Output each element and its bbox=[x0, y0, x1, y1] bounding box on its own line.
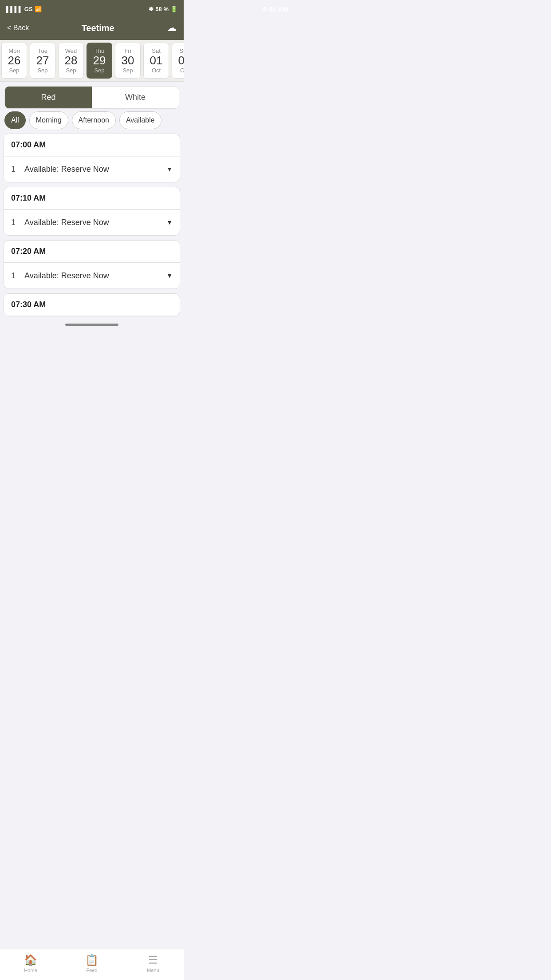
tee-slot-number: 1 bbox=[11, 165, 24, 174]
date-item-sun02[interactable]: Sun 02 Oct bbox=[172, 43, 184, 79]
signal-bars: ▌▌▌▌ bbox=[6, 6, 23, 12]
nav-bar: < Back Teetime ☁ bbox=[0, 18, 184, 40]
tee-time-header: 07:10 AM bbox=[4, 187, 180, 209]
main-content: Mon 26 Sep Tue 27 Sep Wed 28 Sep Thu 29 … bbox=[0, 40, 184, 361]
date-number: 30 bbox=[122, 54, 134, 67]
date-day: Mon bbox=[8, 47, 20, 54]
date-day: Fri bbox=[124, 47, 131, 54]
bluetooth-icon: ✱ bbox=[149, 6, 153, 12]
date-day: Wed bbox=[65, 47, 77, 54]
course-btn-white[interactable]: White bbox=[92, 87, 179, 108]
tee-slot[interactable]: 1 Available: Reserve Now ▼ bbox=[4, 209, 180, 235]
filter-btn-all[interactable]: All bbox=[4, 111, 26, 129]
date-item-mon26[interactable]: Mon 26 Sep bbox=[1, 43, 27, 79]
page-title: Teetime bbox=[82, 23, 114, 33]
date-day: Sun bbox=[179, 47, 184, 54]
back-button[interactable]: < Back bbox=[7, 24, 29, 32]
chevron-down-icon: ▼ bbox=[166, 272, 173, 279]
tee-group: 07:20 AM 1 Available: Reserve Now ▼ bbox=[4, 240, 180, 289]
date-item-fri30[interactable]: Fri 30 Sep bbox=[115, 43, 141, 79]
date-item-thu29[interactable]: Thu 29 Sep bbox=[87, 43, 112, 79]
course-btn-red[interactable]: Red bbox=[5, 87, 92, 108]
date-month: Sep bbox=[66, 67, 76, 74]
carrier-label: GS bbox=[24, 6, 33, 12]
date-item-sat01[interactable]: Sat 01 Oct bbox=[143, 43, 169, 79]
battery-label: 58 % bbox=[155, 6, 169, 12]
tee-group: 07:00 AM 1 Available: Reserve Now ▼ bbox=[4, 134, 180, 182]
tee-time-header: 07:30 AM bbox=[4, 294, 180, 316]
date-month: Sep bbox=[9, 67, 19, 74]
date-day: Thu bbox=[94, 47, 104, 54]
tee-slot[interactable]: 1 Available: Reserve Now ▼ bbox=[4, 263, 180, 288]
status-bar: ▌▌▌▌ GS 📶 9:41 AM ✱ 58 % 🔋 bbox=[0, 0, 184, 18]
tee-time-header: 07:00 AM bbox=[4, 134, 180, 156]
tee-time-list: 07:00 AM 1 Available: Reserve Now ▼ 07:1… bbox=[0, 134, 184, 321]
date-number: 28 bbox=[65, 54, 78, 67]
chevron-down-icon: ▼ bbox=[166, 219, 173, 226]
tee-time-header: 07:20 AM bbox=[4, 241, 180, 263]
scroll-indicator bbox=[65, 324, 118, 326]
date-month: Oct bbox=[152, 67, 161, 74]
date-month: Sep bbox=[122, 67, 133, 74]
tee-group: 07:10 AM 1 Available: Reserve Now ▼ bbox=[4, 187, 180, 236]
chevron-down-icon: ▼ bbox=[166, 166, 173, 173]
status-right: ✱ 58 % 🔋 bbox=[149, 6, 177, 12]
tee-slot-label: Available: Reserve Now bbox=[24, 165, 166, 174]
date-item-tue27[interactable]: Tue 27 Sep bbox=[30, 43, 55, 79]
filter-tabs: AllMorningAfternoonAvailable bbox=[4, 111, 179, 129]
cloud-icon: ☁ bbox=[167, 22, 177, 34]
date-month: Sep bbox=[94, 67, 104, 74]
filter-btn-afternoon[interactable]: Afternoon bbox=[72, 111, 116, 129]
tee-slot-number: 1 bbox=[11, 218, 24, 227]
filter-btn-morning[interactable]: Morning bbox=[29, 111, 68, 129]
date-item-wed28[interactable]: Wed 28 Sep bbox=[58, 43, 84, 79]
date-number: 01 bbox=[150, 54, 163, 67]
tee-slot-label: Available: Reserve Now bbox=[24, 271, 166, 281]
date-number: 26 bbox=[8, 54, 21, 67]
date-month: Sep bbox=[37, 67, 47, 74]
date-number: 29 bbox=[93, 54, 106, 67]
course-toggle: RedWhite bbox=[4, 86, 179, 109]
wifi-icon: 📶 bbox=[35, 6, 42, 12]
date-month: Oct bbox=[180, 67, 184, 74]
date-number: 27 bbox=[36, 54, 49, 67]
date-day: Sat bbox=[152, 47, 161, 54]
battery-icon: 🔋 bbox=[170, 6, 177, 12]
date-day: Tue bbox=[38, 47, 47, 54]
tee-slot[interactable]: 1 Available: Reserve Now ▼ bbox=[4, 156, 180, 182]
tee-slot-label: Available: Reserve Now bbox=[24, 218, 166, 227]
date-number: 02 bbox=[178, 54, 184, 67]
status-left: ▌▌▌▌ GS 📶 bbox=[6, 6, 42, 12]
date-picker: Mon 26 Sep Tue 27 Sep Wed 28 Sep Thu 29 … bbox=[0, 40, 184, 82]
tee-group: 07:30 AM bbox=[4, 293, 180, 316]
filter-btn-available[interactable]: Available bbox=[119, 111, 161, 129]
tee-slot-number: 1 bbox=[11, 271, 24, 281]
